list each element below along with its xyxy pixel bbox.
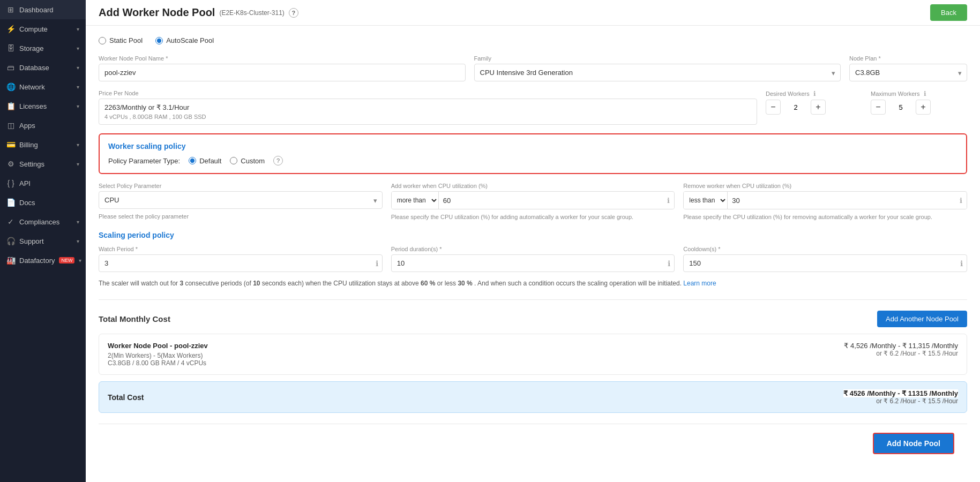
sidebar-item-docs[interactable]: 📄 Docs: [0, 193, 86, 212]
sidebar-item-compliances[interactable]: ✓ Compliances ▾: [0, 212, 86, 231]
network-icon: 🌐: [6, 82, 15, 91]
desired-workers-label: Desired Workers ℹ: [766, 90, 862, 97]
sidebar-item-label: Dashboard: [19, 6, 79, 14]
default-policy-option[interactable]: Default: [189, 157, 221, 165]
policy-param-type-label: Policy Parameter Type:: [108, 157, 180, 165]
max-workers-label: Maximum Workers ℹ: [871, 90, 967, 97]
storage-icon: 🗄: [6, 44, 15, 52]
custom-policy-radio[interactable]: [230, 157, 237, 164]
apps-icon: ◫: [6, 121, 15, 130]
pool-name-input[interactable]: [99, 64, 466, 81]
static-pool-option[interactable]: Static Pool: [99, 36, 143, 44]
sidebar-item-api[interactable]: { } API: [0, 174, 86, 193]
add-worker-condition-select[interactable]: more than: [392, 192, 439, 209]
sidebar: ⊞ Dashboard ⚡ Compute ▾ 🗄 Storage ▾ 🗃 Da…: [0, 0, 86, 482]
autoscale-pool-radio[interactable]: [155, 37, 163, 44]
add-worker-value-input[interactable]: [439, 192, 663, 209]
total-cost-bar: Total Cost ₹ 4526 /Monthly - ₹ 11315 /Mo…: [99, 381, 967, 413]
sidebar-item-network[interactable]: 🌐 Network ▾: [0, 77, 86, 96]
sidebar-item-storage[interactable]: 🗄 Storage ▾: [0, 39, 86, 58]
total-cost-title: Total Monthly Cost: [99, 314, 170, 323]
pool-cost-alt: or ₹ 6.2 /Hour - ₹ 15.5 /Hour: [844, 350, 958, 357]
watch-period-input[interactable]: [99, 254, 383, 272]
period-duration-input[interactable]: [391, 254, 675, 272]
add-worker-info-icon[interactable]: ℹ: [663, 192, 674, 209]
period-duration-info-icon[interactable]: ℹ: [668, 259, 670, 268]
desired-workers-info-icon[interactable]: ℹ: [813, 90, 816, 97]
custom-policy-option[interactable]: Custom: [230, 157, 265, 165]
max-workers-plus-button[interactable]: +: [916, 100, 931, 115]
sidebar-item-datafactory[interactable]: 🏭 Datafactory NEW ▾: [0, 251, 86, 270]
static-pool-radio[interactable]: [99, 37, 106, 44]
sidebar-item-label: Compliances: [19, 218, 72, 226]
cost-card: Worker Node Pool - pool-zziev 2(Min Work…: [99, 334, 967, 375]
autoscale-pool-label: AutoScale Pool: [166, 36, 214, 44]
policy-help-icon[interactable]: ?: [273, 156, 283, 165]
chevron-icon: ▾: [77, 219, 79, 225]
sidebar-item-label: Compute: [19, 25, 72, 33]
watch-period-label: Watch Period *: [99, 246, 383, 252]
total-cost-section: Total Monthly Cost Add Another Node Pool…: [99, 311, 967, 413]
policy-param-select[interactable]: CPU: [99, 191, 383, 209]
add-worker-input-wrapper: more than ℹ: [391, 191, 675, 209]
remove-worker-value-input[interactable]: [728, 192, 955, 209]
sidebar-item-label: Billing: [19, 141, 72, 149]
cooldown-input[interactable]: [683, 254, 967, 272]
add-another-node-pool-button[interactable]: Add Another Node Pool: [877, 311, 967, 327]
node-plan-select[interactable]: C3.8GB: [849, 64, 967, 81]
sidebar-item-label: Datafactory: [19, 257, 55, 265]
scaling-period-section: Scaling period policy Watch Period * ℹ P…: [99, 231, 967, 289]
cooldown-info-icon[interactable]: ℹ: [960, 259, 963, 268]
api-icon: { }: [6, 179, 15, 187]
autoscale-pool-option[interactable]: AutoScale Pool: [155, 36, 214, 44]
pool-name-group: Worker Node Pool Name *: [99, 55, 466, 81]
scaling-period-title: Scaling period policy: [99, 231, 967, 239]
max-workers-minus-button[interactable]: −: [871, 100, 886, 115]
family-select[interactable]: CPU Intensive 3rd Generation: [474, 64, 841, 81]
max-workers-info-icon[interactable]: ℹ: [924, 90, 926, 97]
custom-policy-label: Custom: [241, 157, 265, 165]
remove-worker-input-wrapper: less than ℹ: [683, 191, 967, 209]
billing-icon: 💳: [6, 140, 15, 149]
sidebar-item-compute[interactable]: ⚡ Compute ▾: [0, 19, 86, 39]
default-policy-radio[interactable]: [189, 157, 196, 164]
sidebar-item-database[interactable]: 🗃 Database ▾: [0, 58, 86, 77]
back-button[interactable]: Back: [930, 4, 967, 21]
sidebar-item-label: Settings: [19, 160, 72, 168]
family-label: Family: [474, 55, 841, 62]
remove-worker-info-icon[interactable]: ℹ: [955, 192, 967, 209]
scaler-note: The scaler will watch out for 3 consecut…: [99, 278, 967, 289]
max-workers-group: Maximum Workers ℹ − 5 +: [871, 90, 967, 125]
add-node-pool-button[interactable]: Add Node Pool: [873, 433, 954, 454]
sidebar-item-label: Storage: [19, 44, 72, 52]
help-icon[interactable]: ?: [289, 8, 298, 18]
policy-param-select-wrapper: CPU: [99, 191, 383, 209]
sidebar-item-licenses[interactable]: 📋 Licenses ▾: [0, 96, 86, 116]
sidebar-item-billing[interactable]: 💳 Billing ▾: [0, 135, 86, 154]
learn-more-link[interactable]: Learn more: [683, 280, 716, 287]
remove-worker-group: Remove worker when CPU utilization (%) l…: [683, 183, 967, 220]
policy-param-row: Policy Parameter Type: Default Custom ?: [108, 156, 957, 165]
sidebar-item-dashboard[interactable]: ⊞ Dashboard: [0, 0, 86, 19]
policy-param-hint: Please select the policy parameter: [99, 213, 383, 220]
cluster-badge: (E2E-K8s-Cluster-311): [219, 9, 284, 17]
remove-worker-condition-select[interactable]: less than: [684, 192, 728, 209]
chevron-icon: ▾: [77, 65, 79, 71]
chevron-icon: ▾: [77, 161, 79, 167]
chevron-icon: ▾: [77, 26, 79, 32]
total-cost-alt: or ₹ 6.2 /Hour - ₹ 15.5 /Hour: [843, 397, 958, 405]
worker-scaling-policy-section: Worker scaling policy Policy Parameter T…: [99, 133, 967, 174]
datafactory-icon: 🏭: [6, 256, 15, 265]
watch-period-info-icon[interactable]: ℹ: [376, 259, 378, 268]
remove-worker-hint: Please specify the CPU utilization (%) f…: [683, 214, 967, 220]
sidebar-item-label: API: [19, 179, 79, 187]
desired-workers-value: 2: [785, 103, 806, 111]
compute-icon: ⚡: [6, 25, 15, 33]
top-bar: Add Worker Node Pool (E2E-K8s-Cluster-31…: [86, 0, 980, 26]
sidebar-item-apps[interactable]: ◫ Apps: [0, 116, 86, 135]
desired-workers-plus-button[interactable]: +: [811, 100, 826, 115]
docs-icon: 📄: [6, 198, 15, 207]
sidebar-item-settings[interactable]: ⚙ Settings ▾: [0, 154, 86, 174]
desired-workers-minus-button[interactable]: −: [766, 100, 781, 115]
sidebar-item-support[interactable]: 🎧 Support ▾: [0, 231, 86, 251]
